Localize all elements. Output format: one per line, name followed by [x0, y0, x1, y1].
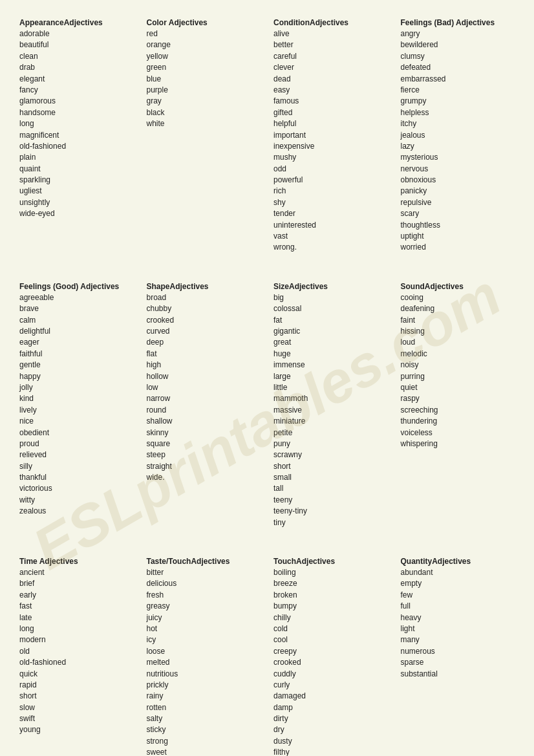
- list-item: faithful: [19, 349, 134, 360]
- list-item: broad: [147, 292, 261, 303]
- feelings-good-words: agreeablebravecalmdelightfuleagerfaithfu…: [19, 292, 134, 517]
- list-item: miniature: [273, 416, 388, 427]
- appearance-title: AppearanceAdjectives: [19, 18, 134, 27]
- list-item: nice: [19, 416, 134, 427]
- color-section: Color Adjectives redorangeyellowgreenblu…: [140, 13, 268, 259]
- list-item: thundering: [401, 416, 515, 427]
- list-item: obedient: [19, 427, 134, 438]
- list-item: panicky: [401, 186, 515, 197]
- list-item: deafening: [401, 303, 515, 314]
- list-item: handsome: [19, 107, 134, 118]
- list-item: empty: [401, 578, 515, 589]
- list-item: rapid: [19, 680, 134, 691]
- list-item: green: [147, 62, 261, 73]
- list-item: round: [147, 405, 261, 416]
- list-item: filthy: [273, 747, 388, 756]
- list-item: inexpensive: [273, 141, 388, 152]
- list-item: breeze: [273, 578, 388, 589]
- feelings-bad-words: angrybewilderedclumsydefeatedembarrassed…: [401, 28, 515, 254]
- list-item: cold: [273, 623, 388, 634]
- list-item: gray: [147, 96, 261, 107]
- list-item: tiny: [273, 517, 388, 528]
- list-item: mushy: [273, 152, 388, 163]
- list-item: delicious: [147, 578, 261, 589]
- list-item: rotten: [147, 702, 261, 713]
- list-item: yellow: [147, 51, 261, 62]
- list-item: teeny-tiny: [273, 506, 388, 517]
- list-item: late: [19, 612, 134, 623]
- list-item: blue: [147, 74, 261, 85]
- list-item: jealous: [401, 130, 515, 141]
- list-item: voiceless: [401, 427, 515, 438]
- list-item: loose: [147, 646, 261, 657]
- list-item: high: [147, 360, 261, 371]
- list-item: massive: [273, 405, 388, 416]
- list-item: victorious: [19, 483, 134, 494]
- list-item: prickly: [147, 680, 261, 691]
- list-item: curved: [147, 326, 261, 337]
- taste-title: Taste/TouchAdjectives: [147, 557, 261, 566]
- list-item: clean: [19, 51, 134, 62]
- list-item: rich: [273, 186, 388, 197]
- list-item: alive: [273, 28, 388, 39]
- list-item: noisy: [401, 360, 515, 371]
- list-item: puny: [273, 438, 388, 449]
- list-item: careful: [273, 51, 388, 62]
- list-item: better: [273, 39, 388, 50]
- list-item: bitter: [147, 567, 261, 578]
- sound-words: cooingdeafeningfainthissingloudmelodicno…: [401, 292, 515, 449]
- list-item: substantial: [401, 669, 515, 680]
- list-item: modern: [19, 634, 134, 645]
- list-item: large: [273, 371, 388, 382]
- time-title: Time Adjectives: [19, 557, 134, 566]
- color-words: redorangeyellowgreenbluepurplegrayblackw…: [147, 28, 261, 130]
- list-item: immense: [273, 360, 388, 371]
- time-section: Time Adjectives ancientbriefearlyfastlat…: [13, 534, 140, 756]
- size-section: SizeAdjectives bigcolossalfatgiganticgre…: [267, 259, 394, 534]
- list-item: tender: [273, 208, 388, 219]
- list-item: sticky: [147, 724, 261, 735]
- list-item: ancient: [19, 567, 134, 578]
- list-item: icy: [147, 634, 261, 645]
- list-item: curly: [273, 680, 388, 691]
- list-item: vast: [273, 231, 388, 242]
- list-item: faint: [401, 315, 515, 326]
- taste-section: Taste/TouchAdjectives bitterdeliciousfre…: [140, 534, 268, 756]
- list-item: heavy: [401, 612, 515, 623]
- list-item: orange: [147, 39, 261, 50]
- list-item: dry: [273, 724, 388, 735]
- list-item: rainy: [147, 691, 261, 702]
- list-item: uninterested: [273, 220, 388, 231]
- list-item: old-fashioned: [19, 657, 134, 668]
- quantity-title: QuantityAdjectives: [401, 557, 515, 566]
- list-item: teeny: [273, 495, 388, 506]
- color-title: Color Adjectives: [147, 18, 261, 27]
- quantity-section: QuantityAdjectives abundantemptyfewfullh…: [394, 534, 522, 756]
- list-item: narrow: [147, 393, 261, 404]
- list-item: bumpy: [273, 601, 388, 612]
- feelings-bad-section: Feelings (Bad) Adjectives angrybewildere…: [394, 13, 522, 259]
- list-item: hollow: [147, 371, 261, 382]
- page-content: AppearanceAdjectives adorablebeautifulcl…: [13, 13, 521, 756]
- list-item: juicy: [147, 612, 261, 623]
- list-item: fast: [19, 601, 134, 612]
- list-item: whispering: [401, 438, 515, 449]
- list-item: deep: [147, 337, 261, 348]
- list-item: brave: [19, 303, 134, 314]
- list-item: ugliest: [19, 186, 134, 197]
- list-item: lively: [19, 405, 134, 416]
- list-item: sparse: [401, 657, 515, 668]
- list-item: huge: [273, 349, 388, 360]
- list-item: embarrassed: [401, 74, 515, 85]
- appearance-section: AppearanceAdjectives adorablebeautifulcl…: [13, 13, 140, 259]
- list-item: fat: [273, 315, 388, 326]
- list-item: loud: [401, 337, 515, 348]
- list-item: quick: [19, 669, 134, 680]
- list-item: witty: [19, 495, 134, 506]
- list-item: full: [401, 601, 515, 612]
- list-item: chilly: [273, 612, 388, 623]
- list-item: eager: [19, 337, 134, 348]
- quantity-words: abundantemptyfewfullheavylightmanynumero…: [401, 567, 515, 680]
- list-item: purple: [147, 85, 261, 96]
- list-item: big: [273, 292, 388, 303]
